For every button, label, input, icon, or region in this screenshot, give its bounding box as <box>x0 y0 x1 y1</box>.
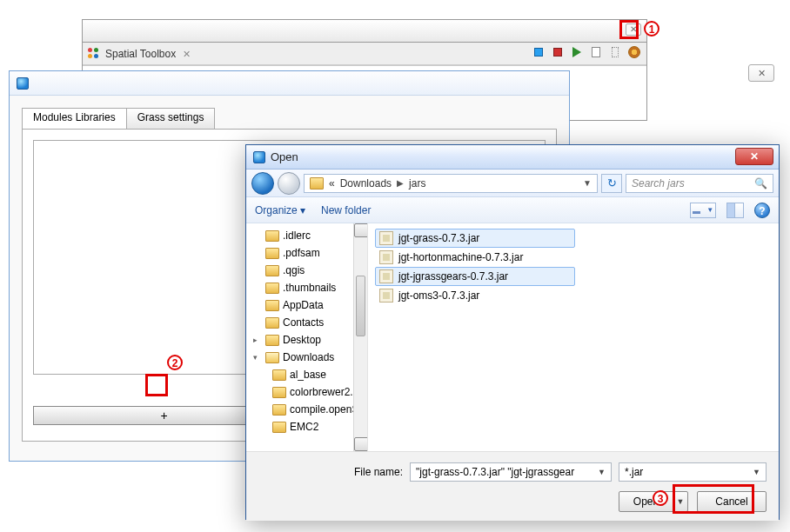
jar-file-icon <box>379 269 393 283</box>
folder-icon <box>265 300 279 311</box>
preview-pane-button[interactable] <box>726 203 744 218</box>
tab-modules-libraries[interactable]: Modules Libraries <box>22 108 127 129</box>
app-icon <box>17 77 29 90</box>
folder-icon <box>265 230 279 242</box>
annotation-2: 2 <box>167 355 183 370</box>
annotation-box-1 <box>619 20 639 39</box>
tree-item-label: Contacts <box>283 316 324 329</box>
tree-scrollbar[interactable]: ▲ ▼ <box>353 223 367 451</box>
folder-icon <box>265 317 279 329</box>
tree-item-label: .qgis <box>283 264 305 276</box>
tree-item-label: EMC2 <box>290 421 318 433</box>
tree-item[interactable]: .qgis <box>246 262 367 279</box>
filter-value: *.jar <box>625 466 643 478</box>
crumb-jars[interactable]: jars <box>409 177 425 190</box>
dialog-title: Open <box>271 150 298 163</box>
organize-menu[interactable]: Organize ▾ <box>255 204 305 216</box>
tree-item[interactable]: Contacts <box>246 314 367 331</box>
search-placeholder: Search jars <box>632 177 685 190</box>
folder-icon <box>272 404 286 416</box>
toolbox-tabbar: Spatial Toolbox ✕ <box>83 43 646 65</box>
dialog-app-icon <box>253 151 265 163</box>
panel-close-icon[interactable]: ✕ <box>748 64 774 82</box>
chevron-down-icon[interactable]: ▼ <box>583 178 592 188</box>
file-item-label: jgt-oms3-0.7.3.jar <box>398 289 479 302</box>
file-item[interactable]: jgt-oms3-0.7.3.jar <box>375 286 575 305</box>
tree-item-label: Desktop <box>283 334 321 346</box>
file-item[interactable]: jgt-jgrassgears-0.7.3.jar <box>375 267 575 286</box>
file-item[interactable]: jgt-grass-0.7.3.jar <box>375 229 575 248</box>
module-logo-icon <box>88 48 100 60</box>
tree-item-label: .idlerc <box>283 229 311 242</box>
crumb-prefix: « <box>329 177 335 190</box>
tree-item-label: .pdfsam <box>283 247 320 259</box>
template-doc-icon[interactable] <box>608 45 622 59</box>
filename-value: "jgt-grass-0.7.3.jar" "jgt-jgrassgear <box>416 466 574 478</box>
dialog-close-button[interactable]: ✕ <box>735 148 773 165</box>
file-item-label: jgt-jgrassgears-0.7.3.jar <box>398 270 508 283</box>
tree-item[interactable]: colorbrewer2.o <box>246 383 367 401</box>
settings-gear-icon[interactable] <box>627 45 641 59</box>
tree-item[interactable]: .idlerc <box>246 227 367 244</box>
file-item-label: jgt-hortonmachine-0.7.3.jar <box>398 251 523 263</box>
tree-item[interactable]: ▾Downloads <box>246 349 367 366</box>
filter-dropdown-icon[interactable]: ▼ <box>753 468 760 476</box>
scroll-down-icon[interactable]: ▼ <box>354 437 368 451</box>
crumb-downloads[interactable]: Downloads <box>340 177 392 190</box>
folder-icon <box>265 335 279 346</box>
scroll-thumb[interactable] <box>356 276 365 336</box>
tab-close-icon[interactable]: ✕ <box>181 49 191 59</box>
filename-input[interactable]: "jgt-grass-0.7.3.jar" "jgt-jgrassgear ▼ <box>410 462 612 482</box>
tree-item-label: compile.openS <box>290 403 358 416</box>
file-list[interactable]: jgt-grass-0.7.3.jarjgt-hortonmachine-0.7… <box>368 223 779 451</box>
nav-back-button[interactable] <box>251 172 274 195</box>
tree-item[interactable]: AppData <box>246 296 367 314</box>
tree-item[interactable]: al_base <box>246 366 367 383</box>
tree-item[interactable]: EMC2 <box>246 418 367 436</box>
tree-item[interactable]: ▸Desktop <box>246 331 367 349</box>
folder-icon <box>265 265 279 276</box>
new-doc-icon[interactable] <box>589 45 603 59</box>
run-button[interactable] <box>570 45 584 59</box>
filename-dropdown-icon[interactable]: ▼ <box>598 468 606 476</box>
folder-tree[interactable]: .idlerc.pdfsam.qgis.thumbnailsAppDataCon… <box>246 223 368 451</box>
toolbox-tab-label[interactable]: Spatial Toolbox <box>105 48 176 60</box>
tree-item-label: al_base <box>290 369 326 381</box>
dialog-titlebar[interactable]: Open ✕ <box>246 145 779 170</box>
tree-item[interactable]: compile.openS <box>246 401 367 418</box>
folder-icon <box>272 387 286 398</box>
filename-label: File name: <box>354 466 403 478</box>
jar-file-icon <box>379 250 393 264</box>
folder-icon <box>272 369 286 381</box>
annotation-3: 3 <box>653 490 668 506</box>
toolbox-tool-row <box>532 45 641 59</box>
jar-file-icon <box>379 289 393 303</box>
tree-item[interactable]: .thumbnails <box>246 279 367 296</box>
search-icon: 🔍 <box>754 177 767 190</box>
new-folder-button[interactable]: New folder <box>321 204 371 216</box>
breadcrumb[interactable]: « Downloads ▶ jars ▼ <box>304 174 598 193</box>
help-icon[interactable]: ? <box>754 203 770 218</box>
scroll-up-icon[interactable]: ▲ <box>354 223 368 237</box>
folder-icon <box>265 283 279 294</box>
folder-icon <box>272 422 286 433</box>
nav-forward-button[interactable] <box>278 172 300 195</box>
tree-item-label: .thumbnails <box>283 282 336 294</box>
settings-titlebar <box>10 71 569 96</box>
chevron-right-icon: ▶ <box>397 178 404 188</box>
file-type-filter[interactable]: *.jar ▼ <box>619 462 767 482</box>
folder-icon <box>265 248 279 259</box>
settings-tabs: Modules Libraries Grass settings <box>22 108 557 129</box>
file-item[interactable]: jgt-hortonmachine-0.7.3.jar <box>375 248 575 267</box>
dialog-toolbar: Organize ▾ New folder ▼ ? <box>246 197 779 223</box>
tab-grass-settings[interactable]: Grass settings <box>126 108 216 129</box>
stop-button[interactable] <box>532 45 546 59</box>
annotation-box-2 <box>145 374 168 396</box>
record-button[interactable] <box>551 45 565 59</box>
folder-icon <box>310 177 324 190</box>
jar-file-icon <box>379 231 393 245</box>
refresh-button[interactable]: ↻ <box>601 174 622 193</box>
view-mode-button[interactable]: ▼ <box>690 203 716 218</box>
search-input[interactable]: Search jars 🔍 <box>626 174 773 193</box>
tree-item[interactable]: .pdfsam <box>246 244 367 262</box>
